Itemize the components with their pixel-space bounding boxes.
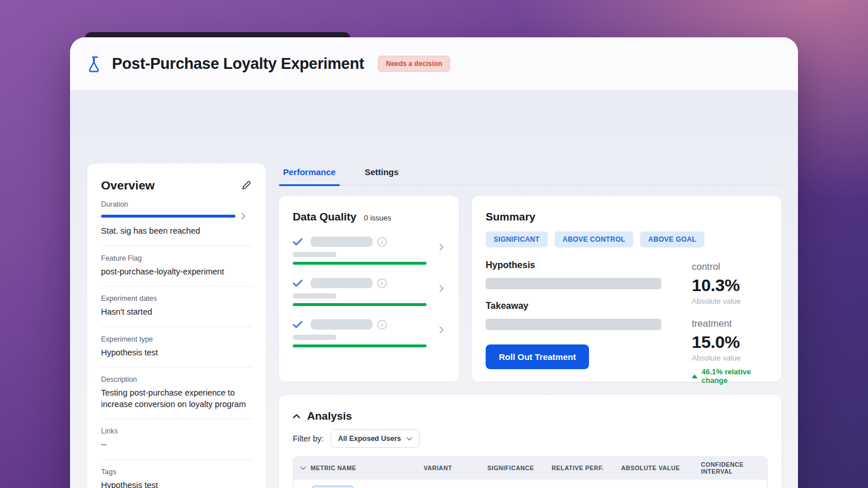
takeaway-label: Takeaway	[486, 301, 661, 311]
treatment-block: treatment 15.0% Absolute value 46.1% rel…	[692, 318, 768, 385]
description-section: Description Testing post-purchase experi…	[101, 367, 252, 419]
skeleton-bar	[311, 319, 373, 330]
field-value: Hasn't started	[101, 307, 252, 318]
skeleton-bar-small	[293, 335, 336, 340]
takeaway-skeleton	[486, 319, 661, 330]
significant-badge: SIGNIFICANT	[486, 231, 548, 247]
tab-settings[interactable]: Settings	[361, 164, 402, 185]
field-label: Links	[101, 427, 252, 435]
chevron-down-icon	[406, 437, 412, 441]
health-progress-bar	[293, 303, 427, 306]
above-control-badge: ABOVE CONTROL	[555, 231, 633, 247]
dropdown-value: All Exposed Users	[338, 435, 401, 443]
tags-value: Hypothesis test	[101, 480, 252, 488]
page-title: Post-Purchase Loyalty Experiment	[112, 55, 364, 73]
check-icon	[293, 280, 303, 287]
chevron-down-icon[interactable]	[300, 466, 306, 470]
summary-panel: Summary SIGNIFICANT ABOVE CONTROL ABOVE …	[472, 196, 781, 382]
overview-title: Overview	[101, 179, 154, 192]
data-quality-panel: Data Quality 0 issues	[279, 196, 459, 382]
check-icon	[293, 321, 303, 328]
col-relative-perf: RELATIVE PERF.	[552, 464, 621, 471]
status-badge: Needs a decision	[378, 56, 450, 72]
health-progress-bar	[293, 262, 427, 265]
app-header: Post-Purchase Loyalty Experiment Needs a…	[70, 37, 798, 91]
metric-group-row: Primary Loyalty sign ups	[293, 479, 767, 488]
info-icon[interactable]	[377, 237, 387, 247]
experiment-window: Post-Purchase Loyalty Experiment Needs a…	[70, 37, 798, 488]
data-quality-check-row[interactable]	[293, 278, 445, 306]
health-progress-bar	[293, 344, 427, 347]
field-label: Experiment type	[101, 335, 252, 343]
overview-panel: Overview Duration Stat. sig has been rea…	[87, 164, 266, 488]
relative-change: 46.1% relative change	[702, 367, 768, 385]
tags-label: Tags	[101, 468, 252, 476]
col-significance: SIGNIFICANCE	[487, 464, 552, 471]
analysis-title: Analysis	[307, 410, 352, 423]
summary-title: Summary	[486, 211, 768, 223]
exposed-users-dropdown[interactable]: All Exposed Users	[331, 429, 420, 448]
check-icon	[293, 238, 303, 246]
duration-status: Stat. sig has been reached	[101, 226, 252, 237]
chevron-right-icon[interactable]	[439, 326, 444, 334]
duration-progress-bar	[101, 215, 235, 218]
filter-by-label: Filter by:	[293, 434, 324, 443]
roll-out-treatment-button[interactable]: Roll Out Treatment	[486, 344, 589, 369]
tab-performance[interactable]: Performance	[279, 164, 340, 185]
field-value: Hypothesis test	[101, 347, 252, 359]
above-goal-badge: ABOVE GOAL	[640, 231, 704, 247]
field-value: Testing post-purchase experience to incr…	[101, 388, 255, 410]
chevron-right-icon[interactable]	[439, 243, 444, 251]
treatment-caption: Absolute value	[692, 354, 768, 362]
col-confidence-interval: CONFIDENCE INTERVAL	[701, 461, 767, 475]
pencil-icon	[242, 181, 251, 190]
analysis-collapse-toggle[interactable]: Analysis	[293, 410, 768, 423]
edit-button[interactable]	[241, 180, 252, 191]
arrow-up-icon	[692, 374, 698, 378]
duration-label: Duration	[101, 200, 252, 208]
issues-count: 0 issues	[364, 214, 392, 222]
skeleton-bar	[311, 278, 373, 288]
chevron-right-icon[interactable]	[241, 212, 246, 220]
field-label: Experiment dates	[101, 295, 252, 303]
skeleton-bar-small	[293, 252, 336, 257]
field-value: --	[101, 439, 252, 451]
metrics-table: METRIC NAME VARIANT SIGNIFICANCE RELATIV…	[293, 456, 768, 488]
info-icon[interactable]	[377, 320, 387, 330]
chevron-right-icon[interactable]	[439, 285, 444, 292]
duration-section: Duration Stat. sig has been reached	[101, 192, 252, 246]
links-section: Links --	[101, 419, 252, 460]
experiment-type-section: Experiment type Hypothesis test	[101, 327, 252, 368]
field-value: post-purchase-loyalty-experiment	[101, 266, 252, 278]
control-caption: Absolute value	[692, 297, 768, 305]
field-label: Description	[101, 375, 252, 384]
data-quality-check-row[interactable]	[293, 237, 445, 265]
treatment-value: 15.0%	[692, 332, 768, 352]
experiment-dates-section: Experiment dates Hasn't started	[101, 286, 252, 327]
col-metric-name: METRIC NAME	[311, 464, 356, 471]
app-body: Overview Duration Stat. sig has been rea…	[70, 91, 798, 488]
skeleton-bar	[311, 237, 373, 247]
analysis-panel: Analysis Filter by: All Exposed Users ME…	[279, 395, 781, 488]
primary-badge: Primary	[312, 486, 354, 488]
skeleton-bar-small	[293, 293, 336, 299]
hypothesis-skeleton	[486, 278, 661, 289]
table-header-row: METRIC NAME VARIANT SIGNIFICANCE RELATIV…	[293, 457, 767, 479]
feature-flag-section: Feature Flag post-purchase-loyalty-exper…	[101, 246, 252, 287]
info-icon[interactable]	[377, 278, 387, 288]
control-value: 10.3%	[692, 276, 768, 295]
treatment-label: treatment	[692, 318, 768, 329]
data-quality-title: Data Quality	[293, 211, 356, 223]
data-quality-check-row[interactable]	[293, 319, 445, 347]
control-label: control	[692, 261, 768, 272]
control-block: control 10.3% Absolute value	[692, 261, 768, 305]
col-variant: VARIANT	[424, 464, 487, 471]
tab-bar: Performance Settings	[279, 164, 781, 185]
field-label: Feature Flag	[101, 254, 252, 262]
chevron-up-icon	[293, 414, 300, 419]
tags-section: Tags Hypothesis test Growth Loyalty	[101, 460, 252, 488]
flask-icon	[87, 55, 103, 72]
hypothesis-label: Hypothesis	[486, 260, 661, 270]
col-absolute-value: ABSOLUTE VALUE	[621, 464, 701, 471]
